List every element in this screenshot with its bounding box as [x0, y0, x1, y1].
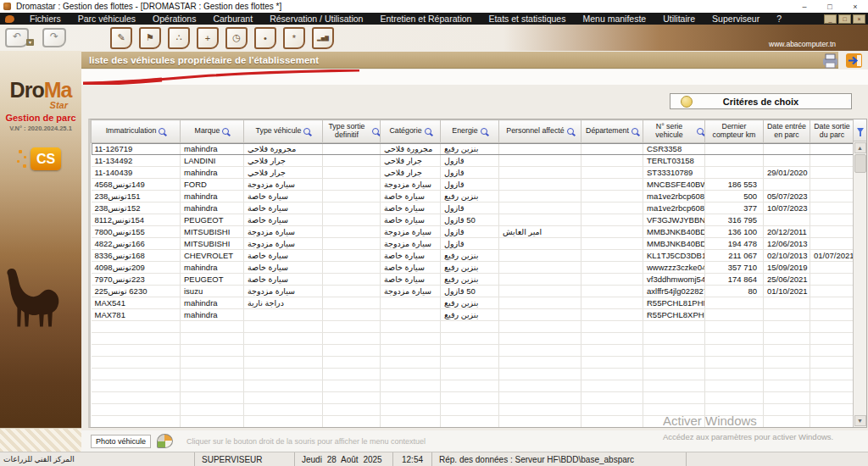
- status-user: SUPERVISEUR: [195, 452, 295, 466]
- back-icon[interactable]: ↶: [5, 28, 29, 47]
- context-menu-hint: Cliquer sur le bouton droit de la souris…: [186, 437, 426, 446]
- menu-item[interactable]: Fichiers: [21, 14, 70, 24]
- document-dots-icon[interactable]: ∴: [168, 27, 190, 49]
- column-header[interactable]: Département: [581, 120, 643, 143]
- menubar-logo-icon: [5, 15, 14, 23]
- column-header[interactable]: Dernier compteur km: [705, 120, 764, 143]
- window-title: Dromastar : Gestion des flottes - [DROMA…: [16, 2, 281, 11]
- toolbar: ↶ ▾ ↷ ✎⚑∴+◷•*▂▅▇ www.abacomputer.tn: [0, 25, 868, 51]
- document-gauge-icon[interactable]: ◷: [225, 27, 248, 49]
- brand-logo-star: Star: [0, 101, 68, 110]
- table-row[interactable]: MAX541mahindraدراجة ناريةبنزين رفيعR55PC…: [92, 297, 854, 309]
- empty-row: [92, 357, 854, 369]
- menu-item[interactable]: Superviseur: [704, 14, 768, 24]
- exit-icon[interactable]: [845, 53, 864, 69]
- column-header[interactable]: Marque: [181, 120, 244, 143]
- column-header[interactable]: Catégorie: [381, 120, 441, 143]
- close-icon[interactable]: ×: [843, 3, 868, 11]
- table-row[interactable]: 4568‎تونس‎149FORDسيارة مزدوجةسيارة مزدوج…: [92, 179, 854, 191]
- table-row[interactable]: 4098‎تونس‎209mahindraسيارة خاصةسيارة خاص…: [92, 262, 854, 274]
- minimize-icon[interactable]: –: [792, 3, 817, 11]
- status-time: 12:54: [393, 452, 432, 466]
- column-header[interactable]: Personnel affecté: [499, 120, 581, 143]
- menu-item[interactable]: Opérations: [144, 14, 204, 24]
- criteria-button[interactable]: Critéres de choix: [670, 93, 852, 109]
- column-header[interactable]: Type véhicule: [244, 120, 323, 143]
- vertical-scrollbar[interactable]: ▲ ▼: [853, 119, 866, 427]
- menu-item[interactable]: Entretien et Réparation: [371, 14, 480, 24]
- table-row[interactable]: 238‎تونس‎151mahindraسيارة خاصةسيارة خاصة…: [92, 191, 854, 202]
- search-icon[interactable]: [303, 128, 310, 135]
- document-dot-icon[interactable]: •: [254, 27, 276, 49]
- search-icon[interactable]: [425, 128, 431, 135]
- scrollbar-up-button[interactable]: ▲: [854, 142, 866, 153]
- menu-item[interactable]: ?: [768, 14, 790, 24]
- menu-item[interactable]: Menu manifeste: [574, 14, 654, 24]
- window-controls: – □ ×: [792, 3, 868, 11]
- table-row[interactable]: MAX781mahindraبنزين رفيعR55PCHL8XPHM: [92, 309, 854, 321]
- column-header[interactable]: Date entrée en parc: [764, 120, 810, 143]
- cs-badge: CS: [31, 147, 61, 170]
- document-flag-icon[interactable]: ⚑: [139, 27, 161, 49]
- menu-bar: FichiersParc véhiculesOpérationsCarburan…: [0, 13, 868, 25]
- mdi-restore-icon[interactable]: □: [838, 14, 851, 24]
- resize-grip-area: [0, 428, 81, 452]
- table-row[interactable]: 11-126719mahindraمجرورة فلاحيمجرورة فلاح…: [92, 143, 854, 155]
- document-chart-icon[interactable]: ▂▅▇: [312, 27, 334, 49]
- back-dropdown-icon[interactable]: ▾: [26, 39, 34, 46]
- filter-icon[interactable]: [854, 119, 867, 141]
- document-edit-icon[interactable]: ✎: [110, 27, 132, 49]
- search-icon[interactable]: [697, 128, 704, 135]
- menu-item[interactable]: Carburant: [204, 14, 261, 24]
- search-icon[interactable]: [481, 128, 487, 135]
- status-bar: المركز الفني للزراعات SUPERVISEUR Jeudi …: [0, 452, 868, 466]
- empty-row: [92, 416, 854, 428]
- table-row[interactable]: 8336‎تونس‎168CHEVROLETسيارة خاصةسيارة خا…: [92, 250, 854, 262]
- column-header[interactable]: N° serie vehicule: [643, 120, 705, 143]
- empty-row: [92, 392, 854, 404]
- column-header[interactable]: Type sortie definitif: [323, 120, 381, 143]
- table-row[interactable]: 11-140439mahindraجرار فلاحيجرار فلاحيقاز…: [92, 167, 854, 179]
- column-header[interactable]: Immatriculation: [92, 120, 181, 143]
- criteria-bullet-icon: [681, 96, 693, 108]
- mdi-close-icon[interactable]: ×: [853, 14, 865, 24]
- search-icon[interactable]: [159, 128, 165, 135]
- table-row[interactable]: 4822‎تونس‎166MITSUBISHIسيارة مزدوجةسيارة…: [92, 238, 854, 250]
- photo-vehicle-icon[interactable]: [157, 434, 173, 448]
- title-bar: Dromastar : Gestion des flottes - [DROMA…: [0, 0, 868, 13]
- table-row[interactable]: 238‎تونس‎152mahindraسيارة خاصةسيارة خاصة…: [92, 202, 854, 214]
- table-row[interactable]: 225‎تونس‎ 6230isuzuسيارة مزدوجةسيارة مزد…: [92, 286, 854, 297]
- document-add-icon[interactable]: +: [197, 27, 219, 49]
- column-header[interactable]: Energie: [441, 120, 499, 143]
- scrollbar-thumb[interactable]: [854, 154, 866, 173]
- menu-item[interactable]: Etats et statistiques: [480, 14, 574, 24]
- search-icon[interactable]: [632, 128, 638, 135]
- application-window: { "window": { "title": "Dromastar : Gest…: [0, 0, 868, 466]
- print-icon[interactable]: [821, 53, 841, 69]
- menu-item[interactable]: Réservation / Utilisation: [261, 14, 371, 24]
- search-icon[interactable]: [372, 128, 379, 135]
- page-title: liste des véhicules propriétaire de l'ét…: [81, 52, 838, 69]
- cs-logo: CS: [0, 146, 81, 175]
- table-row[interactable]: 11-134492LANDINIجرار فلاحيجرار فلاحيقازو…: [92, 155, 854, 167]
- menu-item[interactable]: Utilitaire: [654, 14, 704, 24]
- empty-row: [92, 333, 854, 345]
- brand-logo-dro: Dro: [10, 78, 44, 102]
- toolbar-doc-icons: ✎⚑∴+◷•*▂▅▇: [110, 27, 334, 49]
- table-row[interactable]: 8112‎تونس‎154PEUGEOTسيارة خاصةسيارة خاصة…: [92, 214, 854, 226]
- table-row[interactable]: 7970‎تونس‎223PEUGEOTسيارة خاصةسيارة خاصة…: [92, 274, 854, 286]
- camel-image: [2, 230, 80, 362]
- scrollbar-down-button[interactable]: ▼: [854, 415, 866, 426]
- search-icon[interactable]: [222, 128, 229, 135]
- maximize-icon[interactable]: □: [817, 3, 843, 11]
- empty-row: [92, 404, 854, 416]
- menu-item[interactable]: Parc véhicules: [70, 14, 144, 24]
- document-star-icon[interactable]: *: [283, 27, 305, 49]
- forward-icon[interactable]: ↷: [42, 28, 66, 47]
- main-panel: liste des véhicules propriétaire de l'ét…: [81, 51, 868, 452]
- search-icon[interactable]: [567, 128, 574, 135]
- column-header[interactable]: Date sortie du parc: [810, 120, 854, 143]
- mdi-minimize-icon[interactable]: _: [824, 14, 837, 24]
- vehicles-table-container: ImmatriculationMarqueType véhiculeType s…: [88, 119, 867, 428]
- table-row[interactable]: 7800‎تونس‎155MITSUBISHIسيارة مزدوجةسيارة…: [92, 226, 854, 238]
